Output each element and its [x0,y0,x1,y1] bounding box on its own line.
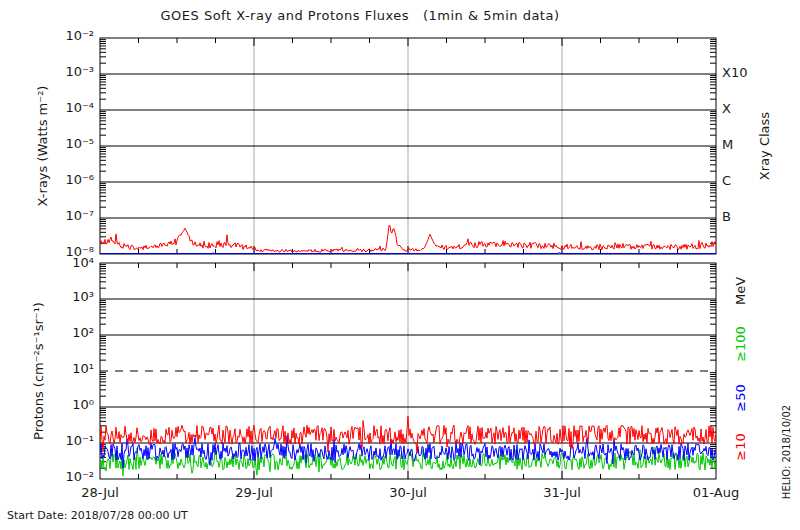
xray-panel [100,38,716,254]
xray-class-label-c: C [722,174,731,187]
xray-axis-title: X-rays (Watts m⁻²) [36,86,49,207]
xray-class-label-b: B [722,210,731,223]
xray-class-label-x: X [722,102,731,115]
x-tick-label: 01-Aug [670,486,762,499]
helio-credit-label: HELIO: 2018/10/02 [782,405,792,499]
proton-axis-title: Protons (cm⁻²s⁻¹sr⁻¹) [32,302,45,440]
proton-ytick-label: 10⁴ [36,256,94,269]
xray-class-label-m: M [722,138,733,151]
x-tick-label: 30-Jul [362,486,454,499]
x-tick-label: 31-Jul [516,486,608,499]
x-tick-label: 28-Jul [54,486,146,499]
flux-plot-canvas [0,0,800,530]
goes-flux-monitor: GOES Soft X-ray and Protons Fluxes (1min… [0,0,800,530]
xray-ytick-label: 10⁻² [36,29,94,42]
proton-ytick-label: 10⁻² [36,470,94,483]
xray-ytick-label: 10⁻³ [36,65,94,78]
start-date-label: Start Date: 2018/07/28 00:00 UT [7,510,188,521]
xray-class-scale-title: Xray Class [758,112,771,180]
xray-class-label-x10: X10 [722,66,747,79]
mev-scale-title: MeV [734,277,747,305]
proton-ytick-label: 10³ [36,290,94,303]
proton-energy-label-ge10: ≥10 [734,433,747,460]
chart-title: GOES Soft X-ray and Protons Fluxes (1min… [60,9,660,22]
proton-energy-label-ge50: ≥50 [734,384,747,411]
proton-panel [100,263,716,479]
x-tick-label: 29-Jul [208,486,300,499]
xray-ytick-label: 10⁻⁷ [36,209,94,222]
proton-energy-label-ge100: ≥100 [734,326,747,362]
